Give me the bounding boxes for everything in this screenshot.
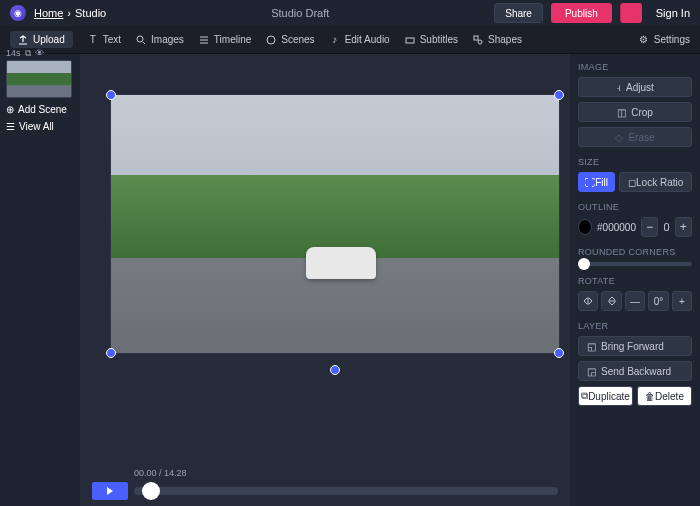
scenes-tool[interactable]: Scenes <box>265 34 314 46</box>
view-all-button[interactable]: ☰View All <box>6 121 74 132</box>
scenes-icon <box>265 34 277 46</box>
upload-button[interactable]: Upload <box>10 31 73 48</box>
resize-handle-bl[interactable] <box>106 348 116 358</box>
section-rounded: ROUNDED CORNERS <box>578 247 692 257</box>
subtitles-tool[interactable]: Subtitles <box>404 34 458 46</box>
fill-icon: ⛶ <box>585 177 595 188</box>
svg-point-1 <box>267 36 275 44</box>
publish-dropdown[interactable] <box>620 3 642 23</box>
canvas-selection[interactable] <box>110 94 560 354</box>
breadcrumb: Home › Studio <box>34 7 106 19</box>
timeline-track[interactable] <box>134 487 558 495</box>
chevron-down-icon <box>631 9 632 17</box>
top-bar: ◉ Home › Studio Studio Draft Share Publi… <box>0 0 700 26</box>
forward-icon: ◱ <box>587 341 596 352</box>
slider-knob[interactable] <box>578 258 590 270</box>
page-title[interactable]: Studio Draft <box>114 7 486 19</box>
list-icon: ☰ <box>6 121 15 132</box>
subtitles-icon <box>404 34 416 46</box>
scenes-sidebar: 14s ⧉ 👁 ⊕Add Scene ☰View All <box>0 54 80 506</box>
section-image: IMAGE <box>578 62 692 72</box>
canvas-area: 00.00 / 14.28 <box>80 54 570 506</box>
playhead[interactable] <box>142 482 160 500</box>
play-button[interactable] <box>92 482 128 500</box>
duplicate-button[interactable]: ⧉ Duplicate <box>578 386 633 406</box>
share-button[interactable]: Share <box>494 3 543 23</box>
section-outline: OUTLINE <box>578 202 692 212</box>
breadcrumb-home[interactable]: Home <box>34 7 63 19</box>
toolbar: Upload TText Images Timeline Scenes ♪Edi… <box>0 26 700 54</box>
resize-handle-tr[interactable] <box>554 90 564 100</box>
rotate-handle[interactable] <box>330 365 340 375</box>
outline-width-value: 0 <box>663 221 669 233</box>
breadcrumb-studio[interactable]: Studio <box>75 7 106 19</box>
outline-minus-button[interactable]: − <box>641 217 658 237</box>
svg-point-4 <box>478 40 482 44</box>
audio-tool[interactable]: ♪Edit Audio <box>329 34 390 46</box>
shapes-icon <box>472 34 484 46</box>
svg-rect-3 <box>474 36 478 40</box>
flip-h-icon <box>583 296 593 306</box>
erase-button[interactable]: ◇Erase <box>578 127 692 147</box>
timeline-tool[interactable]: Timeline <box>198 34 251 46</box>
eye-icon[interactable]: 👁 <box>35 48 44 59</box>
crop-icon: ◫ <box>617 107 626 118</box>
breadcrumb-sep: › <box>67 7 71 19</box>
rounded-slider[interactable] <box>578 262 692 266</box>
lock-icon: ◻ <box>628 177 636 188</box>
delete-button[interactable]: 🗑 Delete <box>637 386 692 406</box>
erase-icon: ◇ <box>615 132 623 143</box>
logo[interactable]: ◉ <box>10 5 26 21</box>
section-rotate: ROTATE <box>578 276 692 286</box>
add-scene-button[interactable]: ⊕Add Scene <box>6 104 74 115</box>
copy-icon: ⧉ <box>581 390 588 402</box>
timeline-icon <box>198 34 210 46</box>
gear-icon: ⚙ <box>638 34 650 46</box>
trash-icon: 🗑 <box>645 391 655 402</box>
thumb-duration: 14s <box>6 48 21 59</box>
text-tool[interactable]: TText <box>87 34 121 46</box>
resize-handle-br[interactable] <box>554 348 564 358</box>
section-layer: LAYER <box>578 321 692 331</box>
signin-link[interactable]: Sign In <box>656 7 690 19</box>
lock-ratio-button[interactable]: ◻ Lock Ratio <box>619 172 692 192</box>
rotate-minus-button[interactable]: — <box>625 291 645 311</box>
settings-button[interactable]: ⚙Settings <box>638 34 690 46</box>
resize-handle-tl[interactable] <box>106 90 116 100</box>
copy-icon[interactable]: ⧉ <box>25 48 31 59</box>
rotate-plus-button[interactable]: + <box>672 291 692 311</box>
adjust-button[interactable]: ⫞Adjust <box>578 77 692 97</box>
send-backward-button[interactable]: ◲Send Backward <box>578 361 692 381</box>
properties-panel: IMAGE ⫞Adjust ◫Crop ◇Erase SIZE ⛶ Fill ◻… <box>570 54 700 506</box>
fill-button[interactable]: ⛶ Fill <box>578 172 615 192</box>
section-size: SIZE <box>578 157 692 167</box>
shapes-tool[interactable]: Shapes <box>472 34 522 46</box>
audio-icon: ♪ <box>329 34 341 46</box>
outline-plus-button[interactable]: + <box>675 217 692 237</box>
backward-icon: ◲ <box>587 366 596 377</box>
flip-v-icon <box>607 296 617 306</box>
outline-color-value: #000000 <box>597 222 636 233</box>
svg-rect-2 <box>406 38 414 43</box>
sliders-icon: ⫞ <box>616 82 621 93</box>
svg-point-0 <box>137 36 143 42</box>
images-tool[interactable]: Images <box>135 34 184 46</box>
upload-icon <box>18 35 28 45</box>
search-icon <box>135 34 147 46</box>
time-total: 14.28 <box>164 468 187 478</box>
time-current: 00.00 <box>134 468 157 478</box>
scene-thumbnail[interactable] <box>6 60 72 98</box>
crop-button[interactable]: ◫Crop <box>578 102 692 122</box>
plus-icon: ⊕ <box>6 104 14 115</box>
canvas-image[interactable] <box>111 95 559 353</box>
publish-button[interactable]: Publish <box>551 3 612 23</box>
text-icon: T <box>87 34 99 46</box>
outline-color-swatch[interactable] <box>578 219 592 235</box>
rotate-zero-button[interactable]: 0° <box>648 291 668 311</box>
bring-forward-button[interactable]: ◱Bring Forward <box>578 336 692 356</box>
play-icon <box>106 487 114 495</box>
timeline-bar: 00.00 / 14.28 <box>80 464 570 506</box>
flip-h-button[interactable] <box>578 291 598 311</box>
flip-v-button[interactable] <box>601 291 621 311</box>
